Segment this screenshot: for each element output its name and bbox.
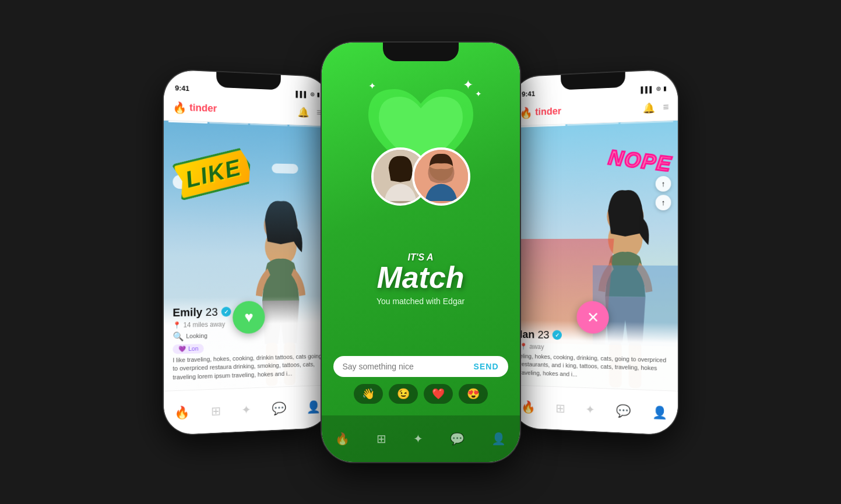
- status-icons-left: ▌▌▌ ⊛ ▮: [295, 90, 319, 98]
- wifi-icon-left: ⊛: [310, 90, 315, 97]
- status-icons-right: ▌▌▌ ⊛ ▮: [641, 84, 666, 93]
- location-icon-left: 📍: [173, 321, 181, 329]
- notch-center: [383, 43, 459, 61]
- card-bio-right: eling, hokes, cooking, drinking, cats, g…: [519, 352, 668, 382]
- verified-badge-left: ✓: [221, 306, 231, 316]
- cloud-2: [272, 163, 298, 174]
- card-age-left: 23: [205, 305, 217, 318]
- match-screen: 9:41: [322, 43, 520, 462]
- phone-center: 9:41: [322, 43, 520, 462]
- nav-person-right[interactable]: 👤: [652, 405, 667, 420]
- battery-icon-right: ▮: [663, 84, 667, 92]
- nav-grid-center[interactable]: ⊞: [376, 432, 386, 446]
- card-name-left: Emily: [173, 306, 202, 319]
- interest-tag-row: 💜 Lon: [173, 340, 322, 354]
- nav-chat-left[interactable]: 💬: [272, 401, 286, 415]
- app-bar-actions-right: 🔔 ≡: [643, 101, 668, 114]
- message-input[interactable]: [343, 362, 469, 371]
- nav-grid-left[interactable]: ⊞: [210, 404, 220, 418]
- emoji-heart[interactable]: ❤️: [424, 384, 453, 404]
- match-photos: [363, 147, 479, 206]
- tinder-logo-left: 🔥 tinder: [173, 100, 217, 115]
- signal-icon-left: ▌▌▌: [295, 90, 308, 97]
- scroll-indicators-right: ↑ ↑: [655, 175, 671, 210]
- scene: 9:41 ▌▌▌ ⊛ ▮ 🔥 tinder 🔔 ≡: [0, 0, 841, 504]
- time-spacer: 9:41: [333, 57, 349, 66]
- nav-flame-center[interactable]: 🔥: [335, 432, 350, 446]
- sparkle-1: ✦: [463, 77, 473, 93]
- time-right: 9:41: [522, 89, 535, 98]
- wifi-icon-right: ⊛: [656, 85, 661, 93]
- card-name-right: Ian: [519, 328, 534, 341]
- hearts-container: ✦ ✦ ✦: [357, 83, 485, 200]
- sparkle-3: ✦: [368, 80, 376, 91]
- match-subtitle: You matched with Edgar: [376, 297, 465, 306]
- filter-icon-right[interactable]: ≡: [663, 101, 668, 112]
- verified-badge-right: ✓: [552, 330, 561, 340]
- nav-flame-right[interactable]: 🔥: [521, 400, 535, 414]
- photo-girl-bg: [414, 150, 468, 203]
- battery-icon-left: ▮: [316, 91, 319, 98]
- looking-label-left: Looking: [186, 332, 207, 339]
- bottom-nav-right: 🔥 ⊞ ✦ 💬 👤: [511, 385, 678, 435]
- match-title: Match: [376, 264, 464, 291]
- phone-left-screen: 9:41 ▌▌▌ ⊛ ▮ 🔥 tinder 🔔 ≡: [163, 69, 330, 435]
- card-age-right: 23: [537, 328, 549, 341]
- nav-star-right[interactable]: ✦: [585, 402, 595, 417]
- scroll-btn-down-right[interactable]: ↑: [655, 195, 671, 210]
- emoji-eyes[interactable]: 😍: [459, 384, 488, 404]
- phone-center-screen: 9:41: [322, 43, 520, 462]
- nope-button-right[interactable]: ✕: [576, 301, 608, 334]
- time-left: 9:41: [175, 83, 189, 92]
- tinder-wordmark-left: tinder: [189, 102, 217, 115]
- tinder-wordmark-right: tinder: [535, 105, 561, 118]
- nav-grid-right[interactable]: ⊞: [555, 401, 565, 415]
- phone-left: 9:41 ▌▌▌ ⊛ ▮ 🔥 tinder 🔔 ≡: [163, 69, 330, 435]
- like-button-left[interactable]: ♥: [233, 301, 265, 334]
- bottom-nav-left: 🔥 ⊞ ✦ 💬 👤: [163, 385, 330, 435]
- tinder-logo-right: 🔥 tinder: [519, 104, 561, 119]
- card-area-right: NOPE ↑ ↑ Ian 23 ✓: [511, 120, 678, 390]
- nav-chat-center[interactable]: 💬: [450, 432, 465, 446]
- phone-right: 9:41 ▌▌▌ ⊛ ▮ 🔥 tinder 🔔 ≡: [511, 69, 678, 435]
- card-area-left: LIKE Emily 23 ✓ 📍: [163, 120, 330, 390]
- bell-icon-left[interactable]: 🔔: [298, 105, 309, 118]
- search-icon-left: 🔍: [173, 331, 184, 341]
- notch-left: [216, 72, 281, 90]
- nav-person-center[interactable]: 👤: [491, 432, 506, 446]
- nav-person-left[interactable]: 👤: [306, 400, 320, 414]
- signal-icon-right: ▌▌▌: [641, 86, 653, 93]
- send-button[interactable]: SEND: [474, 362, 499, 371]
- sparkle-2: ✦: [475, 89, 482, 98]
- card-bio-left: I like traveling, hokes, cooking, drinki…: [173, 352, 322, 382]
- nav-star-center[interactable]: ✦: [413, 432, 423, 446]
- heart-icon-like: ♥: [244, 308, 253, 326]
- x-icon-nope: ✕: [586, 308, 599, 326]
- scroll-btn-up-right[interactable]: ↑: [655, 175, 671, 191]
- emoji-wave[interactable]: 👋: [354, 384, 383, 404]
- tinder-flame-icon-left: 🔥: [173, 100, 187, 114]
- bell-icon-right[interactable]: 🔔: [643, 101, 655, 114]
- phone-right-screen: 9:41 ▌▌▌ ⊛ ▮ 🔥 tinder 🔔 ≡: [511, 69, 678, 435]
- app-bar-actions-left: 🔔 ≡: [298, 105, 322, 118]
- interest-tag-left: 💜 Lon: [173, 344, 204, 354]
- match-input-area: SEND 👋 😉 ❤️ 😍: [333, 356, 508, 404]
- emoji-row: 👋 😉 ❤️ 😍: [333, 384, 508, 404]
- card-distance-right: 📍 away: [519, 342, 668, 354]
- girl-svg: [414, 150, 468, 203]
- nav-chat-right[interactable]: 💬: [615, 403, 630, 418]
- location-icon-right: 📍: [519, 342, 527, 350]
- notch-right: [561, 72, 625, 90]
- emoji-wink[interactable]: 😉: [389, 384, 418, 404]
- tinder-flame-icon-right: 🔥: [519, 105, 532, 119]
- match-photo-match: [412, 147, 470, 206]
- match-input-row: SEND: [333, 356, 508, 377]
- bottom-nav-center: 🔥 ⊞ ✦ 💬 👤: [322, 415, 520, 462]
- nav-flame-left[interactable]: 🔥: [174, 405, 189, 420]
- nav-star-left[interactable]: ✦: [241, 402, 251, 417]
